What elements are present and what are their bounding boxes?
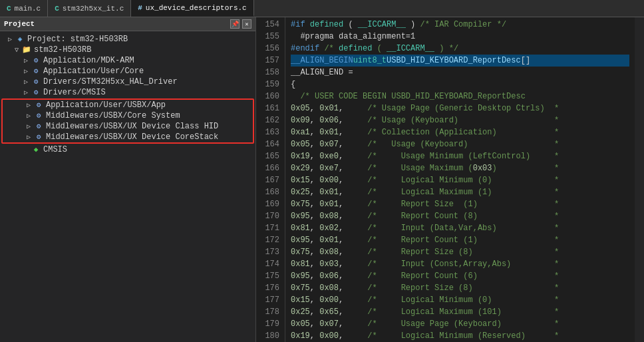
line-number: 178 (256, 306, 279, 318)
line-number: 171 (256, 222, 279, 234)
tree-item-mid-core[interactable]: ▷ ⚙ Middlewares/USBX/Core System (3, 110, 253, 121)
sidebar-title: Project (4, 20, 35, 28)
code-line: __ALIGN_BEGIN uint8_t USBD_HID_KEYBOARD_… (291, 55, 629, 67)
tree-item-stm32[interactable]: ▽ 📁 stm32-H503RB (0, 45, 255, 55)
cmsis-label: CMSIS (43, 145, 67, 154)
tab-label-main-c: main.c (15, 5, 41, 13)
tree-arrow: ▷ (24, 133, 33, 141)
line-number: 156 (256, 43, 279, 55)
line-numbers: 1541551561571581591601611621631641651661… (256, 17, 285, 342)
tab-icon-c2: C (55, 5, 59, 13)
tab-ux-device[interactable]: # ux_device_descriptors.c (131, 0, 253, 17)
code-line: /* USER CODE BEGIN USBD_HID_KEYBOARD_Rep… (291, 90, 629, 102)
code-line: #endif /* defined ( __ICCARM__ ) */ (291, 43, 629, 55)
line-number: 161 (256, 102, 279, 114)
tree-item-project-root[interactable]: ▷ ◈ Project: stm32-H503RB (0, 34, 255, 45)
line-number: 160 (256, 90, 279, 102)
stm32-label: stm32-H503RB (34, 45, 91, 55)
code-area: 1541551561571581591601611621631641651661… (256, 17, 644, 342)
line-number: 159 (256, 79, 279, 90)
drivers-hal-label: Drivers/STM32H5xx_HAL_Driver (43, 77, 178, 86)
line-number: 169 (256, 198, 279, 210)
usbx-highlight-group: ▷ ⚙ Application/User/USBX/App ▷ ⚙ Middle… (1, 98, 254, 144)
scrollbar[interactable] (635, 17, 644, 342)
mid-core-label: Middlewares/USBX/Core System (46, 111, 180, 120)
line-number: 167 (256, 174, 279, 186)
line-number: 179 (256, 318, 279, 330)
tree-item-cmsis[interactable]: ◆ CMSIS (0, 144, 255, 155)
gear-icon: ⚙ (31, 56, 41, 65)
sidebar: Project 📌 ✕ ▷ ◈ Project: stm32-H503RB ▽ … (0, 17, 256, 342)
code-line: 0x25, 0x01, /* Logical Maximum (1) * (291, 186, 629, 198)
line-number: 158 (256, 67, 279, 79)
sidebar-close-button[interactable]: ✕ (242, 19, 251, 29)
project-root-label: Project: stm32-H503RB (27, 35, 128, 44)
tab-icon-c: C (7, 5, 11, 13)
app-mdk-label: Application/MDK-ARM (43, 56, 134, 65)
code-line: 0x15, 0x00, /* Logical Minimum (0) * (291, 174, 629, 186)
tree-item-mid-hid[interactable]: ▷ ⚙ Middlewares/USBX/UX Device Class HID (3, 121, 253, 132)
line-number: 176 (256, 282, 279, 294)
mid-hid-label: Middlewares/USBX/UX Device Class HID (46, 122, 218, 131)
tab-label-ux-device: ux_device_descriptors.c (146, 4, 247, 12)
code-line: 0x75, 0x08, /* Report Size (8) * (291, 246, 629, 258)
tree-item-drivers-cmsis[interactable]: ▷ ⚙ Drivers/CMSIS (0, 87, 255, 98)
code-line: 0xa1, 0x01, /* Collection (Application) … (291, 126, 629, 138)
line-number: 177 (256, 294, 279, 306)
app-usbx-label: Application/User/USBX/App (46, 100, 166, 110)
tree-item-drivers-hal[interactable]: ▷ ⚙ Drivers/STM32H5xx_HAL_Driver (0, 77, 255, 87)
drivers-cmsis-label: Drivers/CMSIS (43, 88, 106, 97)
line-number: 166 (256, 162, 279, 174)
tree-arrow: ▷ (21, 67, 31, 75)
tree-item-app-user-core[interactable]: ▷ ⚙ Application/User/Core (0, 66, 255, 77)
line-number: 164 (256, 138, 279, 150)
gear-icon: ⚙ (31, 67, 41, 76)
code-line: 0x15, 0x00, /* Logical Minimum (0) * (291, 294, 629, 306)
code-line: 0x95, 0x01, /* Report Count (1) * (291, 234, 629, 246)
gear-icon: ⚙ (33, 132, 44, 142)
gear-icon: ⚙ (33, 100, 44, 110)
mid-corestack-label: Middlewares/USBX/UX Device CoreStack (46, 132, 218, 142)
code-line: 0x05, 0x07, /* Usage (Keyboard) * (291, 138, 629, 150)
tab-icon-h: # (138, 4, 142, 12)
tree-item-app-mdk[interactable]: ▷ ⚙ Application/MDK-ARM (0, 55, 255, 66)
line-number: 180 (256, 330, 279, 342)
code-line: #pragma data_alignment=1 (291, 31, 629, 43)
line-number: 168 (256, 186, 279, 198)
line-number: 154 (256, 19, 279, 31)
tree-item-mid-corestack[interactable]: ▷ ⚙ Middlewares/USBX/UX Device CoreStack (3, 132, 253, 142)
tree-item-app-usbx[interactable]: ▷ ⚙ Application/User/USBX/App (3, 100, 253, 110)
line-number: 174 (256, 258, 279, 270)
code-line: 0x19, 0x00, /* Logical Minimum (Reserved… (291, 330, 629, 342)
gear-icon: ⚙ (33, 122, 44, 131)
code-line: 0x19, 0xe0, /* Usage Minimum (LeftContro… (291, 150, 629, 162)
code-line: __ALIGN_END = (291, 67, 629, 79)
diamond-icon: ◆ (31, 145, 41, 154)
code-line: 0x25, 0x65, /* Logical Maximum (101) * (291, 306, 629, 318)
tabs-bar: C main.c C stm32h5xx_it.c # ux_device_de… (0, 0, 644, 17)
code-line: 0x29, 0xe7, /* Usage Maximum (0x03) * (291, 162, 629, 174)
project-icon: ◈ (15, 35, 25, 44)
main-area: Project 📌 ✕ ▷ ◈ Project: stm32-H503RB ▽ … (0, 17, 644, 342)
tab-stm32h5xx-it[interactable]: C stm32h5xx_it.c (48, 0, 131, 17)
tree-arrow: ▷ (21, 57, 31, 65)
editor: 1541551561571581591601611621631641651661… (256, 17, 644, 342)
code-line: 0x75, 0x01, /* Report Size (1) * (291, 198, 629, 210)
sidebar-controls: 📌 ✕ (230, 19, 251, 29)
line-number: 173 (256, 246, 279, 258)
sidebar-pin-button[interactable]: 📌 (230, 19, 240, 29)
line-number: 163 (256, 126, 279, 138)
code-line: 0x81, 0x03, /* Input (Const,Array,Abs) * (291, 258, 629, 270)
gear-icon: ⚙ (33, 111, 44, 120)
line-number: 157 (256, 55, 279, 67)
tab-main-c[interactable]: C main.c (0, 0, 48, 17)
line-number: 165 (256, 150, 279, 162)
app-user-core-label: Application/User/Core (43, 67, 144, 76)
tree-arrow: ▷ (24, 112, 33, 120)
code-line: 0x09, 0x06, /* Usage (Keyboard) * (291, 114, 629, 126)
code-line: 0x05, 0x01, /* Usage Page (Generic Deskt… (291, 102, 629, 114)
folder-icon: 📁 (21, 45, 32, 55)
code-content[interactable]: #if defined ( __ICCARM__ ) /* IAR Compil… (285, 17, 635, 342)
tree-arrow: ▷ (21, 78, 31, 86)
gear-icon: ⚙ (31, 88, 41, 97)
